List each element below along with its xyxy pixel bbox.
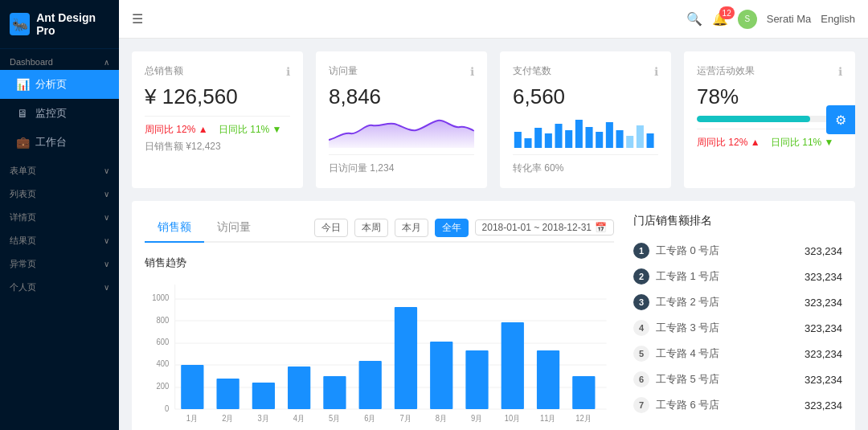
filter-today[interactable]: 今日 — [314, 219, 348, 237]
stat-card-visits: 访问量 ℹ 8,846 — [316, 51, 487, 188]
rank-name: 工专路 5 号店 — [656, 372, 805, 387]
stat-footer-payments: 转化率 60% — [513, 154, 658, 175]
filter-year[interactable]: 全年 — [435, 219, 469, 237]
menu-toggle-icon[interactable]: ☰ — [132, 11, 143, 27]
workspace-label: 工作台 — [35, 135, 67, 149]
stat-value-operations: 78% — [697, 84, 842, 109]
sidebar-group-dashboard[interactable]: Dashboard ∧ — [0, 49, 119, 70]
svg-rect-11 — [626, 136, 633, 148]
ranking-title: 门店销售额排名 — [633, 214, 842, 228]
daily-trend-sales: 日同比 11% ▼ — [219, 123, 282, 137]
filter-month[interactable]: 本月 — [395, 219, 428, 237]
header-right: 🔍 🔔 12 S Serati Ma English — [686, 10, 855, 29]
sidebar: 🐜 Ant Design Pro Dashboard ∧ 📊 分析页 🖥 监控页… — [0, 0, 119, 430]
stat-title-payments: 支付笔数 ℹ — [513, 64, 658, 78]
ranking-item-1: 1 工专路 0 号店 323,234 — [633, 238, 842, 264]
rank-number: 3 — [633, 294, 649, 310]
svg-text:5月: 5月 — [329, 414, 341, 423]
notification-bell[interactable]: 🔔 12 — [712, 11, 728, 27]
sidebar-group-result[interactable]: 结果页 ∨ — [0, 227, 119, 250]
stat-value-visits: 8,846 — [329, 84, 474, 109]
svg-text:4月: 4月 — [293, 414, 305, 423]
ranking-item-7: 7 工专路 6 号店 323,234 — [633, 392, 842, 418]
svg-rect-38 — [572, 376, 595, 409]
stat-value-payments: 6,560 — [513, 84, 658, 109]
ranking-item-3: 3 工专路 2 号店 323,234 — [633, 289, 842, 315]
search-icon[interactable]: 🔍 — [686, 11, 702, 27]
svg-text:11月: 11月 — [540, 414, 556, 423]
svg-text:800: 800 — [156, 316, 169, 325]
svg-rect-7 — [586, 127, 593, 148]
svg-rect-37 — [537, 350, 559, 409]
sidebar-item-analytics[interactable]: 📊 分析页 — [0, 70, 119, 99]
svg-rect-34 — [430, 342, 452, 409]
svg-text:1月: 1月 — [186, 414, 199, 423]
calendar-icon: 📅 — [595, 222, 607, 233]
sales-bar-chart: 0 200 400 600 800 1000 — [145, 276, 614, 430]
svg-rect-10 — [616, 130, 624, 148]
info-icon-ops[interactable]: ℹ — [838, 65, 842, 78]
sidebar-group-detail[interactable]: 详情页 ∨ — [0, 203, 119, 227]
daily-trend-ops: 日同比 11% ▼ — [771, 136, 834, 149]
sidebar-item-monitor[interactable]: 🖥 监控页 — [0, 99, 119, 128]
svg-rect-30 — [288, 367, 310, 409]
rank-name: 工专路 6 号店 — [656, 398, 805, 412]
rank-name: 工专路 4 号店 — [656, 346, 805, 361]
stat-footer-operations: 周同比 12% ▲ 日同比 11% ▼ — [697, 129, 842, 149]
analytics-label: 分析页 — [35, 77, 67, 92]
ranking-panel: 门店销售额排名 1 工专路 0 号店 323,234 2 工专路 1 号店 32… — [633, 214, 842, 430]
sidebar-menu: Dashboard ∧ 📊 分析页 🖥 监控页 💼 工作台 表单页 ∨ 列表页 … — [0, 49, 119, 430]
info-icon-visits[interactable]: ℹ — [470, 65, 474, 78]
header: ☰ 🔍 🔔 12 S Serati Ma English — [119, 0, 868, 39]
sidebar-group-list[interactable]: 列表页 ∨ — [0, 180, 119, 203]
stat-title-operations: 运营活动效果 ℹ — [697, 64, 842, 78]
rank-value: 323,234 — [805, 399, 842, 412]
detail-label: 详情页 — [10, 211, 36, 223]
language-button[interactable]: English — [821, 13, 855, 25]
rank-value: 323,234 — [805, 348, 842, 360]
dashboard-group-label: Dashboard — [10, 57, 53, 67]
rank-value: 323,234 — [805, 322, 842, 334]
date-range-picker[interactable]: 2018-01-01 ~ 2018-12-31 📅 — [475, 219, 614, 235]
chevron-down-icon5: ∨ — [104, 260, 109, 268]
rank-number: 7 — [633, 397, 649, 413]
ranking-item-5: 5 工专路 4 号店 323,234 — [633, 341, 842, 367]
forms-label: 表单页 — [10, 165, 36, 177]
filter-week[interactable]: 本周 — [354, 219, 388, 237]
sidebar-group-error[interactable]: 异常页 ∨ — [0, 250, 119, 273]
info-icon-sales[interactable]: ℹ — [286, 65, 290, 78]
profile-label: 个人页 — [10, 281, 36, 293]
user-name[interactable]: Serati Ma — [767, 13, 812, 25]
chart-left: 销售额 访问量 今日 本周 本月 全年 2018-01-01 ~ 2018-12… — [145, 214, 614, 430]
sidebar-item-workspace[interactable]: 💼 工作台 — [0, 128, 119, 157]
svg-text:1000: 1000 — [152, 293, 170, 302]
settings-button[interactable]: ⚙ — [826, 105, 855, 134]
sidebar-group-profile[interactable]: 个人页 ∨ — [0, 273, 119, 297]
ranking-item-2: 2 工专路 1 号店 323,234 — [633, 264, 842, 289]
operations-progress-bar — [697, 116, 842, 122]
svg-rect-31 — [323, 376, 346, 409]
sidebar-group-forms[interactable]: 表单页 ∨ — [0, 157, 119, 180]
chart-filter: 今日 本周 本月 全年 2018-01-01 ~ 2018-12-31 📅 — [314, 219, 614, 237]
main-chart-section: 销售额 访问量 今日 本周 本月 全年 2018-01-01 ~ 2018-12… — [132, 201, 855, 430]
tab-visits[interactable]: 访问量 — [204, 214, 264, 243]
svg-text:8月: 8月 — [436, 414, 448, 423]
result-label: 结果页 — [10, 235, 36, 247]
chevron-down-icon4: ∨ — [104, 236, 109, 245]
rank-value: 323,234 — [805, 297, 842, 309]
svg-text:10月: 10月 — [505, 414, 521, 423]
main-content: ☰ 🔍 🔔 12 S Serati Ma English 总销售额 ℹ ¥ 12… — [119, 0, 868, 430]
svg-text:600: 600 — [156, 338, 169, 346]
visits-sparkline — [329, 116, 474, 148]
page-content: 总销售额 ℹ ¥ 126,560 周同比 12% ▲ 日同比 11% ▼ 日销售… — [119, 39, 868, 430]
stat-card-total-sales: 总销售额 ℹ ¥ 126,560 周同比 12% ▲ 日同比 11% ▼ 日销售… — [132, 51, 303, 188]
svg-rect-1 — [524, 138, 531, 148]
avatar: S — [738, 10, 757, 29]
chart-tabs: 销售额 访问量 今日 本周 本月 全年 2018-01-01 ~ 2018-12… — [145, 214, 614, 243]
svg-text:9月: 9月 — [471, 414, 483, 423]
error-label: 异常页 — [10, 258, 36, 270]
rank-value: 323,234 — [805, 374, 842, 386]
chevron-down-icon3: ∨ — [104, 213, 109, 222]
tab-sales[interactable]: 销售额 — [145, 214, 204, 243]
info-icon-payments[interactable]: ℹ — [654, 65, 658, 78]
